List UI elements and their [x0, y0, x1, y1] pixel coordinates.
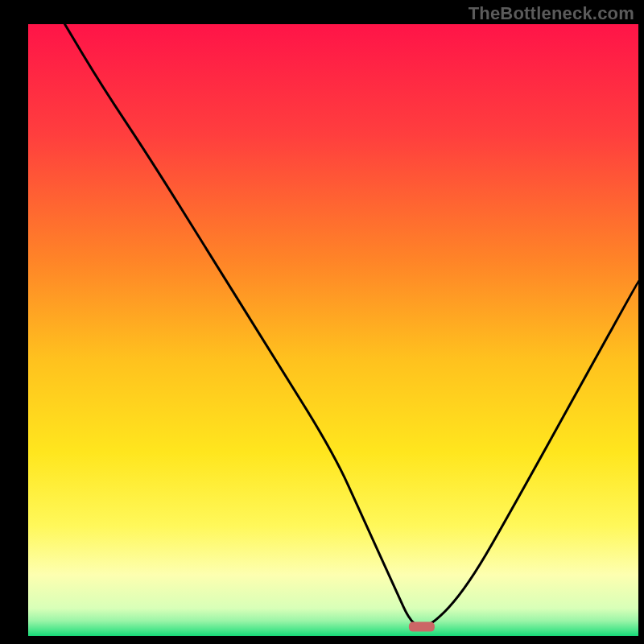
- optimal-marker: [409, 622, 435, 632]
- bottleneck-chart: [0, 0, 644, 644]
- plot-background: [28, 24, 638, 636]
- chart-stage: TheBottleneck.com: [0, 0, 644, 644]
